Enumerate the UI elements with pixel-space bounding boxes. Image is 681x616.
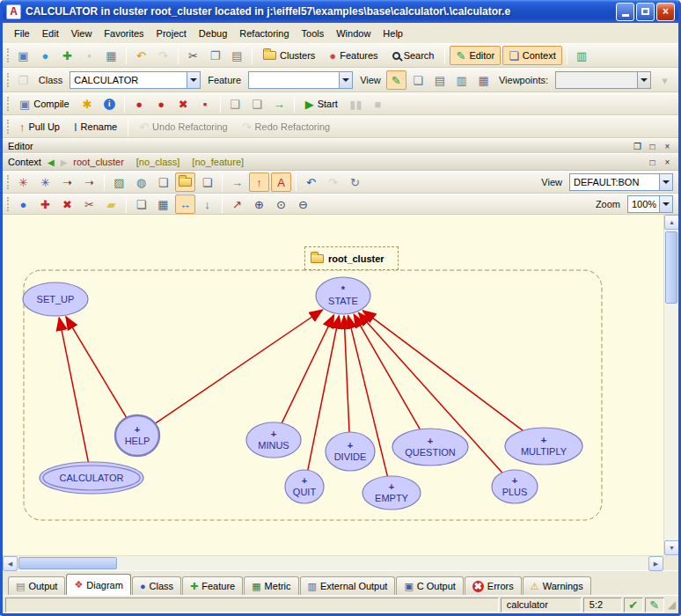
menu-refactoring[interactable]: Refactoring: [233, 26, 295, 41]
new-class-tool-icon[interactable]: ✳: [13, 172, 33, 192]
diagram-view-combo[interactable]: DEFAULT:BON: [569, 173, 673, 191]
tab-warnings[interactable]: ⚠Warnings: [523, 576, 591, 595]
menu-help[interactable]: Help: [377, 26, 409, 41]
horizontal-scrollbar[interactable]: ◀ ▶: [3, 555, 663, 570]
edge-question-to-state[interactable]: [354, 314, 420, 429]
compile-button[interactable]: ▣Compile: [13, 94, 76, 114]
debug-no-stop-icon[interactable]: ●: [151, 94, 172, 114]
save-all-icon[interactable]: ▦: [101, 46, 121, 65]
horizontal-scroll-thumb[interactable]: [18, 557, 117, 569]
edge-minus-to-state[interactable]: [282, 315, 333, 423]
link-right-angles-icon[interactable]: →: [227, 172, 247, 192]
edge-divide-to-state[interactable]: [344, 316, 349, 432]
freeze-icon[interactable]: ✱: [77, 94, 98, 114]
menu-favorites[interactable]: Favorites: [98, 26, 150, 41]
viewpoints-dropdown-icon[interactable]: ▾: [655, 70, 675, 90]
resize-grip[interactable]: ◢: [668, 598, 676, 611]
diagram-refresh-icon[interactable]: ↻: [345, 172, 365, 192]
ignore-breakpoints-icon[interactable]: →: [269, 94, 289, 114]
create-class-here-icon[interactable]: ●: [13, 194, 33, 214]
new-class-icon[interactable]: ✚: [57, 46, 77, 65]
delete-icon[interactable]: ✖: [57, 194, 77, 214]
edge-help-to-state[interactable]: [155, 310, 322, 423]
search-button[interactable]: Search: [386, 46, 441, 65]
watch-tool-icon[interactable]: ❑: [247, 94, 267, 114]
zoom-out-icon[interactable]: ⊖: [293, 194, 313, 214]
menu-tools[interactable]: Tools: [296, 26, 331, 41]
start-button[interactable]: ▶Start: [299, 94, 344, 114]
show-relations-icon[interactable]: ↗: [227, 194, 247, 214]
menu-file[interactable]: File: [8, 26, 36, 41]
redo-refactoring-button[interactable]: ↷Redo Refactoring: [236, 117, 337, 136]
tab-output[interactable]: ▤Output: [8, 576, 65, 595]
external-commands-icon[interactable]: ▥: [572, 46, 592, 65]
diagram-node-calculator[interactable]: CALCULATOR: [40, 462, 143, 494]
menu-project[interactable]: Project: [150, 26, 193, 41]
undo-icon[interactable]: ↶: [131, 46, 151, 65]
close-button[interactable]: ×: [656, 3, 675, 21]
zoom-in-icon[interactable]: ⊕: [249, 194, 269, 214]
diagram-node-plus[interactable]: +PLUS: [492, 470, 538, 503]
zoom-fit-icon[interactable]: ⊙: [271, 194, 291, 214]
context-maximize-icon[interactable]: □: [647, 158, 658, 167]
inheritance-link-tool-icon[interactable]: ➝: [79, 172, 99, 192]
print-diagram-icon[interactable]: ❑: [153, 172, 173, 192]
crop-diagram-icon[interactable]: ✂: [79, 194, 99, 214]
vertical-scroll-thumb[interactable]: [665, 231, 677, 304]
edge-calculator-to-set_up[interactable]: [59, 318, 88, 462]
copy-icon[interactable]: ❐: [205, 46, 225, 65]
contract-view-icon[interactable]: ▥: [451, 70, 472, 90]
toggle-inheritance-icon[interactable]: ↑: [249, 172, 269, 192]
menu-debug[interactable]: Debug: [193, 26, 233, 41]
scroll-left-button[interactable]: ◀: [3, 556, 18, 571]
feature-combo-arrow-icon[interactable]: [339, 72, 352, 88]
editor-close-icon[interactable]: ×: [662, 142, 673, 151]
viewpoints-combo[interactable]: [555, 71, 651, 89]
menu-view[interactable]: View: [65, 26, 99, 41]
editor-maximize-icon[interactable]: □: [647, 142, 658, 151]
clickable-view-icon[interactable]: ▤: [429, 70, 450, 90]
paste-icon[interactable]: ▤: [227, 46, 247, 65]
redo-icon[interactable]: ↷: [153, 46, 173, 65]
clusters-button[interactable]: Clusters: [257, 46, 321, 65]
export-emf-icon[interactable]: ◍: [131, 172, 151, 192]
feature-combo[interactable]: [248, 71, 353, 89]
tab-c-output[interactable]: ▣C Output: [396, 576, 463, 595]
context-close-icon[interactable]: ×: [662, 158, 673, 167]
new-window-icon[interactable]: ▣: [13, 46, 33, 65]
stop-icon[interactable]: ■: [368, 94, 388, 114]
exception-handling-icon[interactable]: ▪: [195, 94, 216, 114]
debug-run-icon[interactable]: ●: [129, 94, 150, 114]
cluster-tab[interactable]: root_cluster: [304, 246, 399, 270]
text-view-icon[interactable]: ✎: [386, 70, 406, 90]
class-combo-arrow-icon[interactable]: [187, 72, 200, 88]
viewpoints-combo-arrow-icon[interactable]: [637, 72, 650, 88]
tab-metric[interactable]: ▦Metric: [244, 576, 298, 595]
tab-feature[interactable]: ✚Feature: [182, 576, 243, 595]
edge-help-to-set_up[interactable]: [66, 317, 127, 418]
context-rootcluster-crumb[interactable]: root_cluster: [73, 157, 123, 167]
undo-refactoring-button[interactable]: ↶Undo Refactoring: [133, 117, 234, 136]
scroll-right-button[interactable]: ▶: [648, 556, 663, 571]
sort-classes-icon[interactable]: ↓: [197, 194, 217, 214]
scroll-down-button[interactable]: ▼: [664, 540, 679, 555]
new-cluster-tool-icon[interactable]: ✳: [35, 172, 55, 192]
titlebar[interactable]: A CALCULATOR in cluster root_cluster loc…: [3, 0, 678, 23]
diagram-undo-icon[interactable]: ↶: [301, 172, 321, 192]
open-project-icon[interactable]: ●: [35, 46, 55, 65]
context-noclass-crumb[interactable]: [no_class]: [136, 157, 180, 167]
client-link-tool-icon[interactable]: ➝: [57, 172, 77, 192]
tab-class[interactable]: ●Class: [132, 576, 181, 595]
rename-button[interactable]: IRename: [68, 117, 123, 136]
tab-diagram[interactable]: ❖Diagram: [66, 574, 130, 595]
debug-tool-icon[interactable]: ❑: [225, 94, 245, 114]
tab-errors[interactable]: ✖Errors: [465, 576, 522, 595]
diagram-canvas[interactable]: SET_UP*STATE+HELPCALCULATOR+MINUS+QUIT+D…: [3, 215, 663, 555]
diagram-node-empty[interactable]: +EMPTY: [362, 476, 421, 510]
diagram-node-set_up[interactable]: SET_UP: [23, 282, 88, 316]
features-button[interactable]: ●Features: [323, 46, 384, 65]
diagram-redo-icon[interactable]: ↷: [323, 172, 343, 192]
menu-window[interactable]: Window: [330, 26, 377, 41]
cluster-view-icon[interactable]: [175, 172, 195, 192]
diagram-node-multiply[interactable]: +MULTIPLY: [505, 428, 582, 465]
